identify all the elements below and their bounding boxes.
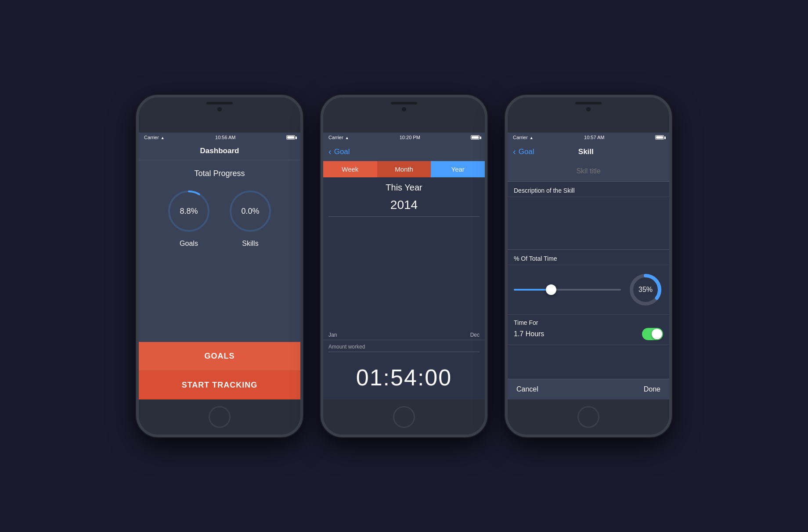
- donut-35: 35%: [628, 272, 663, 307]
- skill-nav-title: Skill: [578, 147, 594, 156]
- skill-nav: ‹ Goal Skill: [508, 142, 669, 161]
- phone-top-bar-2: [323, 97, 485, 133]
- x-label-jan: Jan: [328, 332, 337, 338]
- phone-2: Carrier 10:20 PM ‹ Goal Week Month Year …: [321, 95, 487, 437]
- segment-week[interactable]: Week: [323, 161, 377, 177]
- cancel-button[interactable]: Cancel: [516, 385, 538, 393]
- chart-nav-title[interactable]: Goal: [334, 147, 350, 156]
- dashboard-nav: Dashboard: [139, 142, 300, 160]
- phone-bottom-bar-1: [139, 399, 300, 435]
- back-arrow-3[interactable]: ‹: [513, 147, 516, 157]
- amount-label: Amount worked: [328, 344, 480, 350]
- time-for-label: Time For: [514, 319, 663, 326]
- goals-percent: 8.8%: [180, 207, 198, 216]
- chart-year: 2014: [328, 198, 480, 217]
- amount-divider: [328, 352, 480, 352]
- skill-desc-area[interactable]: [508, 197, 669, 250]
- phone-bottom-bar-2: [323, 399, 485, 435]
- status-icons-2: [471, 135, 480, 140]
- segment-control: Week Month Year: [323, 161, 485, 177]
- battery-icon-1: [286, 135, 295, 140]
- skill-percent-label: % Of Total Time: [508, 250, 669, 265]
- skill-bottom-bar: Cancel Done: [508, 379, 669, 399]
- slider-track[interactable]: [514, 289, 621, 291]
- goals-circle-chart: 8.8%: [165, 187, 213, 235]
- goals-label: Goals: [180, 240, 198, 248]
- chart-nav: ‹ Goal: [323, 142, 485, 161]
- status-bar-2: Carrier 10:20 PM: [323, 133, 485, 142]
- status-bar-1: Carrier 10:56 AM: [139, 133, 300, 142]
- chart-screen: ‹ Goal Week Month Year This Year 2014: [323, 142, 485, 399]
- phone-bottom-bar-3: [508, 399, 669, 435]
- wifi-icon-3: [530, 135, 534, 140]
- carrier-2: Carrier: [328, 135, 349, 140]
- time-for-row: Time For 1.7 Hours: [508, 315, 669, 345]
- phone-speaker: [206, 102, 233, 104]
- donut-label: 35%: [638, 286, 653, 294]
- timer-display: 01:54:00: [323, 356, 485, 399]
- battery-icon-3: [655, 135, 664, 140]
- status-icons-3: [655, 135, 664, 140]
- phone-top-bar-3: [508, 97, 669, 133]
- skills-label: Skills: [242, 240, 258, 248]
- phone-screen-3: Carrier 10:57 AM ‹ Goal Skill Descriptio…: [508, 133, 669, 399]
- home-button-3[interactable]: [577, 406, 599, 428]
- phone-camera: [217, 107, 222, 111]
- goals-button[interactable]: GOALS: [139, 342, 300, 371]
- status-icons-1: [286, 135, 295, 140]
- skills-circle-container: 0.0% Skills: [226, 187, 274, 248]
- toggle-switch[interactable]: [642, 328, 663, 340]
- skill-form: Description of the Skill % Of Total Time…: [508, 161, 669, 379]
- battery-icon-2: [471, 135, 480, 140]
- phone-camera-3: [586, 107, 591, 111]
- segment-month[interactable]: Month: [377, 161, 431, 177]
- phone-screen-2: Carrier 10:20 PM ‹ Goal Week Month Year …: [323, 133, 485, 399]
- skill-desc-label: Description of the Skill: [508, 182, 669, 197]
- skill-slider-row: 35%: [508, 265, 669, 315]
- toggle-thumb: [652, 329, 662, 339]
- total-progress-label: Total Progress: [194, 169, 245, 178]
- skill-nav-left: ‹ Goal: [513, 147, 534, 157]
- skills-circle-chart: 0.0%: [226, 187, 274, 235]
- phone-top-bar-1: [139, 97, 300, 133]
- goals-circle-container: 8.8% Goals: [165, 187, 213, 248]
- time-for-value: 1.7 Hours: [514, 330, 544, 338]
- home-button-1[interactable]: [209, 406, 231, 428]
- chart-period-title: This Year: [323, 177, 485, 198]
- phone-screen-1: Carrier 10:56 AM Dashboard Total Progres…: [139, 133, 300, 399]
- status-bar-3: Carrier 10:57 AM: [508, 133, 669, 142]
- done-button[interactable]: Done: [644, 385, 660, 393]
- home-button-2[interactable]: [393, 406, 415, 428]
- start-tracking-button[interactable]: START TRACKING: [139, 371, 300, 399]
- phone-3: Carrier 10:57 AM ‹ Goal Skill Descriptio…: [505, 95, 672, 437]
- back-arrow-2[interactable]: ‹: [328, 147, 332, 157]
- carrier-3: Carrier: [513, 135, 534, 140]
- skills-percent: 0.0%: [241, 207, 259, 216]
- x-label-dec: Dec: [470, 332, 480, 338]
- skill-title-input[interactable]: [508, 161, 669, 182]
- phone-1: Carrier 10:56 AM Dashboard Total Progres…: [136, 95, 303, 437]
- bar-chart-area: Jan Dec: [323, 217, 485, 340]
- circles-row: 8.8% Goals 0.0% Skills: [165, 187, 274, 248]
- carrier-1: Carrier: [144, 135, 165, 140]
- skill-screen: ‹ Goal Skill Description of the Skill % …: [508, 142, 669, 399]
- time-for-value-row: 1.7 Hours: [514, 328, 663, 340]
- phone-speaker-2: [391, 102, 417, 104]
- wifi-icon-1: [161, 135, 165, 140]
- chart-x-labels: Jan Dec: [328, 330, 480, 340]
- segment-year[interactable]: Year: [431, 161, 485, 177]
- bars-wrapper: [328, 221, 480, 330]
- phone-speaker-3: [575, 102, 602, 104]
- dashboard-content: Total Progress 8.8% Goals: [139, 160, 300, 342]
- phone-camera-2: [402, 107, 406, 111]
- wifi-icon-2: [345, 135, 349, 140]
- amount-section: Amount worked: [323, 340, 485, 356]
- dashboard-screen: Dashboard Total Progress 8.8% G: [139, 142, 300, 399]
- dashboard-buttons: GOALS START TRACKING: [139, 342, 300, 399]
- skill-nav-back-label[interactable]: Goal: [519, 147, 534, 156]
- slider-thumb[interactable]: [546, 284, 556, 295]
